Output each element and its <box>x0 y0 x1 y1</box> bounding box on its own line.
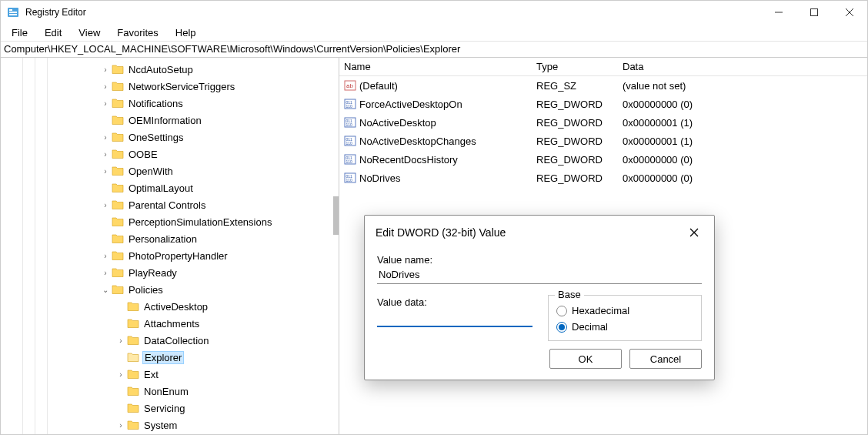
tree-item[interactable]: Attachments <box>1 315 339 332</box>
tree-item[interactable]: Personalization <box>1 230 339 247</box>
tree-item[interactable]: Servicing <box>1 400 339 417</box>
folder-icon <box>127 403 139 413</box>
folder-icon <box>127 420 139 430</box>
tree-item-label: Ext <box>142 369 160 380</box>
tree-item-label: NcdAutoSetup <box>127 64 195 75</box>
tree-item[interactable]: ›System <box>1 417 339 433</box>
tree-item-label: DataCollection <box>142 335 211 346</box>
expand-icon[interactable]: › <box>99 99 112 108</box>
tree-item[interactable]: Explorer <box>1 349 339 366</box>
value-name-input[interactable] <box>377 266 702 284</box>
base-group: Base Hexadecimal Decimal <box>548 295 702 341</box>
tree-item[interactable]: ›Notifications <box>1 95 339 112</box>
titlebar: Registry Editor <box>1 1 867 24</box>
maximize-button[interactable] <box>796 1 832 24</box>
tree-item[interactable]: ›PlayReady <box>1 264 339 281</box>
radio-decimal[interactable]: Decimal <box>556 321 693 333</box>
expand-icon[interactable]: › <box>99 167 112 176</box>
dword-value-icon: 011110 <box>344 116 356 129</box>
value-data-input[interactable] <box>377 308 532 327</box>
close-button[interactable] <box>832 1 867 24</box>
value-name: (Default) <box>359 80 398 92</box>
tree-item-label: Notifications <box>127 98 185 109</box>
expand-icon[interactable]: › <box>99 150 112 159</box>
list-row[interactable]: 011110NoActiveDesktopREG_DWORD0x00000001… <box>339 113 867 132</box>
folder-icon <box>112 250 124 261</box>
tree-item-label: Parental Controls <box>127 199 207 211</box>
tree-item[interactable]: ⌄Policies <box>1 281 339 298</box>
svg-rect-1 <box>9 9 12 11</box>
expand-icon[interactable]: › <box>115 421 127 430</box>
list-row[interactable]: 011110NoRecentDocsHistoryREG_DWORD0x0000… <box>339 150 867 169</box>
expand-icon[interactable]: › <box>115 336 127 345</box>
menu-edit[interactable]: Edit <box>37 25 69 40</box>
tree-item-label: Attachments <box>142 318 201 330</box>
radio-hexadecimal[interactable]: Hexadecimal <box>556 305 693 316</box>
tree-item[interactable]: ›PhotoPropertyHandler <box>1 247 339 264</box>
expand-icon[interactable]: › <box>99 252 112 260</box>
value-data: (value not set) <box>618 80 867 92</box>
list-row[interactable]: 011110ForceActiveDesktopOnREG_DWORD0x000… <box>339 95 867 113</box>
tree-item[interactable]: OptimalLayout <box>1 179 339 196</box>
folder-icon <box>112 284 124 295</box>
value-data: 0x00000000 (0) <box>618 154 867 166</box>
folder-icon <box>112 64 124 75</box>
svg-text:ab: ab <box>346 82 353 89</box>
tree-item[interactable]: ›OneSettings <box>1 129 339 146</box>
value-type: REG_DWORD <box>532 99 618 110</box>
folder-icon <box>127 369 139 380</box>
tree-item[interactable]: ›DataCollection <box>1 332 339 349</box>
folder-icon <box>112 98 124 109</box>
tree-item[interactable]: ›Ext <box>1 366 339 383</box>
tree-item[interactable]: ActiveDesktop <box>1 298 339 315</box>
cancel-button[interactable]: Cancel <box>629 349 702 369</box>
tree-item[interactable]: OEMInformation <box>1 112 339 129</box>
regedit-icon <box>7 6 19 18</box>
scrollbar-thumb[interactable] <box>333 196 339 235</box>
column-name[interactable]: Name <box>339 61 532 72</box>
menu-file[interactable]: File <box>4 25 35 40</box>
expand-icon[interactable]: › <box>99 65 112 74</box>
folder-icon <box>112 182 124 193</box>
folder-icon <box>112 233 124 244</box>
tree-item-label: PhotoPropertyHandler <box>127 250 229 262</box>
folder-icon <box>127 386 139 397</box>
tree-item-label: Explorer <box>142 351 184 364</box>
tree-item[interactable]: ›NcdAutoSetup <box>1 61 339 78</box>
value-type: REG_DWORD <box>532 172 618 184</box>
menu-view[interactable]: View <box>71 25 108 40</box>
column-data[interactable]: Data <box>618 61 867 72</box>
expand-icon[interactable]: › <box>99 201 112 209</box>
expand-icon[interactable]: › <box>99 133 112 142</box>
expand-icon[interactable]: › <box>115 370 127 379</box>
value-type: REG_DWORD <box>532 154 618 166</box>
value-type: REG_DWORD <box>532 136 618 147</box>
tree-item[interactable]: ›OpenWith <box>1 162 339 179</box>
tree-item[interactable]: PerceptionSimulationExtensions <box>1 213 339 230</box>
expand-icon[interactable]: › <box>99 82 112 91</box>
folder-icon <box>112 81 124 92</box>
svg-rect-5 <box>811 9 818 16</box>
folder-icon <box>127 352 139 363</box>
value-name: NoRecentDocsHistory <box>359 154 458 166</box>
value-name-label: Value name: <box>377 254 702 266</box>
expand-icon[interactable]: ⌄ <box>99 286 112 294</box>
tree-item[interactable]: ›OOBE <box>1 146 339 162</box>
menu-help[interactable]: Help <box>168 25 204 40</box>
tree-item[interactable]: ›Parental Controls <box>1 196 339 213</box>
dialog-close-button[interactable] <box>685 223 703 242</box>
tree-item[interactable]: NonEnum <box>1 383 339 400</box>
expand-icon[interactable]: › <box>99 269 112 277</box>
list-row[interactable]: 011110NoActiveDesktopChangesREG_DWORD0x0… <box>339 132 867 150</box>
ok-button[interactable]: OK <box>549 349 622 369</box>
list-row[interactable]: ab(Default)REG_SZ(value not set) <box>339 76 867 95</box>
column-type[interactable]: Type <box>532 61 618 72</box>
list-row[interactable]: 011110NoDrivesREG_DWORD0x00000000 (0) <box>339 169 867 187</box>
edit-dword-dialog: Edit DWORD (32-bit) Value Value name: Va… <box>364 215 715 380</box>
tree-item-label: Servicing <box>142 403 186 414</box>
address-bar[interactable]: Computer\HKEY_LOCAL_MACHINE\SOFTWARE\Mic… <box>1 41 867 58</box>
tree-item-label: Policies <box>127 284 165 296</box>
menu-favorites[interactable]: Favorites <box>109 25 165 40</box>
tree-item[interactable]: ›NetworkServiceTriggers <box>1 78 339 95</box>
minimize-button[interactable] <box>761 1 796 24</box>
